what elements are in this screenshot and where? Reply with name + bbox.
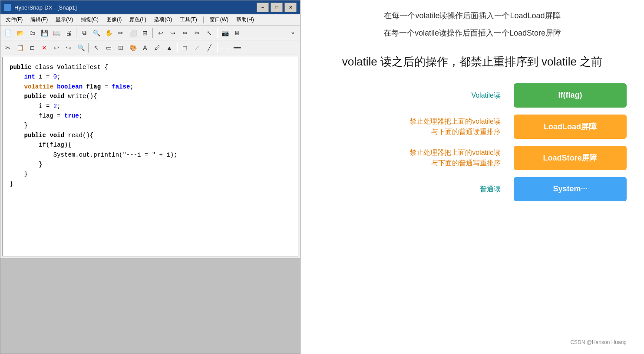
text-button[interactable]: A — [139, 42, 151, 53]
rotate-right-button[interactable]: ↪ — [167, 27, 178, 39]
code-line-6: flag = true; — [10, 111, 291, 121]
diagram-row-4: 普通读 System··· — [318, 177, 627, 201]
toolbar-sep-2 — [152, 28, 153, 38]
toolbar-2: ✂ 📋 ⊏ ✕ ↩ ↪ 🔍 ↖ ▭ ⊡ 🎨 A 🖊 ▲ ◻ ⟋ ╱ ─ ─ ━━ — [0, 40, 300, 55]
expand-button[interactable]: » — [287, 27, 298, 39]
color-fill-button[interactable]: 🎨 — [127, 42, 139, 53]
eraser-button[interactable]: ◻ — [179, 42, 191, 53]
toolbar-sep-5 — [177, 43, 178, 52]
line2-button[interactable]: ╱ — [204, 42, 215, 53]
restore-button[interactable]: □ — [271, 3, 283, 12]
row-box-2: LoadLoad屏障 — [514, 115, 627, 139]
browse-button[interactable]: 🗂 — [26, 27, 38, 39]
flip-h-button[interactable]: ⇔ — [179, 27, 191, 39]
row-label-1: Volatile读 — [318, 90, 514, 101]
book-button[interactable]: 📖 — [51, 27, 62, 39]
toolbar-sep-1 — [76, 28, 77, 38]
window-title: HyperSnap-DX - [Snap1] — [14, 4, 253, 11]
menu-help[interactable]: 帮助(H) — [233, 15, 258, 24]
menu-tools[interactable]: 工具(T) — [176, 15, 200, 24]
code-line-3: volatile boolean flag = false; — [10, 82, 291, 92]
toolbar-sep-6 — [217, 43, 218, 52]
toolbar-sep-3 — [217, 28, 218, 38]
code-line-13: } — [10, 179, 291, 189]
code-line-12: } — [10, 169, 291, 179]
arrow-button[interactable]: ↖ — [91, 42, 102, 53]
watermark: CSDN @Hanson Huang — [318, 339, 627, 345]
capture1-button[interactable]: 📷 — [219, 27, 231, 39]
menu-view[interactable]: 显示(V) — [52, 15, 76, 24]
row-box-4: System··· — [514, 177, 627, 201]
close-button[interactable]: ✕ — [284, 3, 297, 12]
minimize-button[interactable]: − — [257, 3, 269, 12]
toolbar-1: 📄 📂 🗂 💾 📖 🖨 ⧉ 🔍 ✋ ✏ ⬜ ⊞ ↩ ↪ ⇔ ✂ ⤡ 📷 🖥 » — [0, 26, 300, 40]
code-line-10: System.out.println("---i = " + i); — [10, 150, 291, 160]
menu-window[interactable]: 窗口(W) — [206, 15, 232, 24]
brush-button[interactable]: ▲ — [164, 42, 175, 53]
paintbucket-button[interactable]: 🖊 — [152, 42, 163, 53]
menu-separator — [203, 16, 204, 23]
undo-button[interactable]: ↩ — [51, 42, 62, 53]
row-label-4: 普通读 — [318, 184, 514, 194]
pencil-button[interactable]: ✏ — [115, 27, 126, 39]
delete-button[interactable]: ✕ — [39, 42, 50, 53]
code-line-7: } — [10, 121, 291, 130]
right-panel: 在每一个volatile读操作后面插入一个LoadLoad屏障 在每一个vola… — [301, 0, 644, 354]
code-line-1: public class VolatileTest { — [10, 62, 291, 72]
row-box-3: LoadStore屏障 — [514, 146, 627, 170]
copy-button[interactable]: ⧉ — [79, 27, 90, 39]
stamp-button[interactable]: ⬜ — [127, 27, 139, 39]
crop-button[interactable]: ✂ — [192, 27, 203, 39]
menu-image[interactable]: 图像(I) — [103, 15, 125, 24]
capture2-button[interactable]: 🖥 — [231, 27, 243, 39]
info-line-2: 在每一个volatile读操作后面插入一个LoadStore屏障 — [318, 26, 627, 40]
search-button[interactable]: 🔍 — [75, 42, 86, 53]
menu-file[interactable]: 文件(F) — [2, 15, 26, 24]
hypersnap-window: HyperSnap-DX - [Snap1] − □ ✕ 文件(F) 编辑(E)… — [0, 0, 301, 354]
menu-edit[interactable]: 编辑(E) — [27, 15, 51, 24]
rotate-left-button[interactable]: ↩ — [155, 27, 166, 39]
paste-button[interactable]: 📋 — [14, 42, 26, 53]
code-line-8: public void read(){ — [10, 131, 291, 140]
big-text: volatile 读之后的操作，都禁止重排序到 volatile 之前 — [318, 54, 627, 69]
info-line-1: 在每一个volatile读操作后面插入一个LoadLoad屏障 — [318, 9, 627, 23]
code-line-2: int i = 0; — [10, 72, 291, 82]
menu-capture[interactable]: 捕捉(C) — [77, 15, 102, 24]
row-box-1: If(flag) — [514, 83, 627, 108]
select-button[interactable]: ⊡ — [115, 42, 126, 53]
diagram-row-3: 禁止处理器把上面的volatile读 与下面的普通写重排序 LoadStore屏… — [318, 146, 627, 170]
code-line-4: public void write(){ — [10, 92, 291, 101]
dash-button[interactable]: ─ ─ — [219, 42, 231, 53]
open-button[interactable]: 📂 — [14, 27, 26, 39]
hand-button[interactable]: ✋ — [103, 27, 114, 39]
row-label-2: 禁止处理器把上面的volatile读 与下面的普通读重排序 — [318, 116, 514, 137]
thick-line-button[interactable]: ━━ — [231, 42, 243, 53]
grid-button[interactable]: ⊞ — [139, 27, 151, 39]
magnify-button[interactable]: 🔍 — [91, 27, 102, 39]
code-line-11: } — [10, 160, 291, 169]
diagram-area: Volatile读 If(flag) 禁止处理器把上面的volatile读 与下… — [318, 83, 627, 336]
code-editor: public class VolatileTest { int i = 0; v… — [2, 57, 298, 256]
diagram-row-2: 禁止处理器把上面的volatile读 与下面的普通读重排序 LoadLoad屏障 — [318, 115, 627, 139]
print-button[interactable]: 🖨 — [63, 27, 74, 39]
redo-button[interactable]: ↪ — [63, 42, 74, 53]
title-bar: HyperSnap-DX - [Snap1] − □ ✕ — [0, 0, 300, 14]
paste2-button[interactable]: ⊏ — [26, 42, 38, 53]
save-button[interactable]: 💾 — [39, 27, 50, 39]
row-label-3: 禁止处理器把上面的volatile读 与下面的普通写重排序 — [318, 148, 514, 168]
app-icon — [4, 4, 11, 11]
toolbar-sep-4 — [88, 43, 89, 52]
code-line-5: i = 2; — [10, 102, 291, 111]
menu-bar: 文件(F) 编辑(E) 显示(V) 捕捉(C) 图像(I) 颜色(L) 选项(O… — [0, 14, 300, 26]
code-line-9: if(flag){ — [10, 140, 291, 150]
status-area — [0, 258, 300, 354]
menu-color[interactable]: 颜色(L) — [126, 15, 150, 24]
window-controls: − □ ✕ — [257, 3, 297, 12]
line-button[interactable]: ⟋ — [192, 42, 203, 53]
resize-button[interactable]: ⤡ — [204, 27, 215, 39]
cut-button[interactable]: ✂ — [2, 42, 13, 53]
rect-button[interactable]: ▭ — [103, 42, 114, 53]
diagram-row-1: Volatile读 If(flag) — [318, 83, 627, 108]
new-button[interactable]: 📄 — [2, 27, 13, 39]
menu-options[interactable]: 选项(O) — [151, 15, 175, 24]
